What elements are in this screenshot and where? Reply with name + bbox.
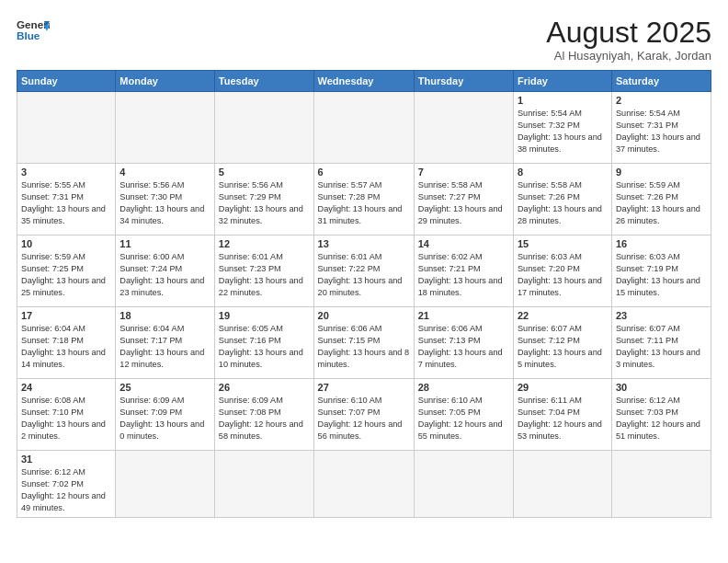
svg-text:Blue: Blue [17, 29, 40, 41]
calendar-cell: 21Sunrise: 6:06 AM Sunset: 7:13 PM Dayli… [414, 307, 513, 379]
col-sunday: Sunday [17, 71, 116, 92]
calendar-cell: 15Sunrise: 6:03 AM Sunset: 7:20 PM Dayli… [513, 236, 611, 307]
calendar-cell: 26Sunrise: 6:09 AM Sunset: 7:08 PM Dayli… [214, 379, 313, 451]
month-title: August 2025 [546, 17, 711, 49]
day-info: Sunrise: 5:56 AM Sunset: 7:30 PM Dayligh… [119, 179, 210, 227]
day-number: 6 [318, 167, 410, 178]
calendar-week-row: 24Sunrise: 6:08 AM Sunset: 7:10 PM Dayli… [17, 379, 711, 451]
logo-icon: General Blue [17, 17, 50, 42]
day-number: 26 [219, 382, 310, 393]
header: General Blue August 2025 Al Husayniyah, … [17, 17, 711, 63]
day-number: 21 [418, 310, 509, 321]
day-number: 17 [21, 310, 111, 321]
calendar-week-row: 1Sunrise: 5:54 AM Sunset: 7:32 PM Daylig… [17, 92, 711, 164]
calendar-cell: 4Sunrise: 5:56 AM Sunset: 7:30 PM Daylig… [116, 164, 215, 236]
calendar-cell: 30Sunrise: 6:12 AM Sunset: 7:03 PM Dayli… [611, 379, 711, 451]
calendar-cell: 16Sunrise: 6:03 AM Sunset: 7:19 PM Dayli… [611, 236, 711, 307]
day-number: 15 [518, 238, 608, 249]
col-friday: Friday [513, 71, 611, 92]
day-number: 24 [21, 382, 111, 393]
day-info: Sunrise: 6:03 AM Sunset: 7:19 PM Dayligh… [616, 251, 707, 299]
calendar-week-row: 31Sunrise: 6:12 AM Sunset: 7:02 PM Dayli… [17, 451, 711, 518]
day-info: Sunrise: 6:06 AM Sunset: 7:13 PM Dayligh… [418, 323, 509, 371]
calendar-cell: 8Sunrise: 5:58 AM Sunset: 7:26 PM Daylig… [513, 164, 611, 236]
day-number: 19 [219, 310, 310, 321]
day-info: Sunrise: 5:54 AM Sunset: 7:31 PM Dayligh… [616, 108, 707, 155]
calendar-cell [414, 451, 513, 518]
calendar-cell: 19Sunrise: 6:05 AM Sunset: 7:16 PM Dayli… [214, 307, 313, 379]
calendar-cell: 22Sunrise: 6:07 AM Sunset: 7:12 PM Dayli… [513, 307, 611, 379]
calendar-cell: 13Sunrise: 6:01 AM Sunset: 7:22 PM Dayli… [313, 236, 414, 307]
day-info: Sunrise: 6:00 AM Sunset: 7:24 PM Dayligh… [119, 251, 210, 299]
day-number: 27 [318, 382, 410, 393]
col-wednesday: Wednesday [313, 71, 414, 92]
calendar-cell [611, 451, 711, 518]
day-info: Sunrise: 6:09 AM Sunset: 7:09 PM Dayligh… [119, 395, 210, 442]
day-info: Sunrise: 5:59 AM Sunset: 7:26 PM Dayligh… [616, 179, 707, 227]
calendar-cell [313, 92, 414, 164]
day-number: 4 [119, 167, 210, 178]
page: General Blue August 2025 Al Husayniyah, … [0, 0, 728, 563]
calendar-cell: 2Sunrise: 5:54 AM Sunset: 7:31 PM Daylig… [611, 92, 711, 164]
calendar-cell: 17Sunrise: 6:04 AM Sunset: 7:18 PM Dayli… [17, 307, 116, 379]
day-number: 14 [418, 238, 509, 249]
calendar-cell: 31Sunrise: 6:12 AM Sunset: 7:02 PM Dayli… [17, 451, 116, 518]
day-number: 7 [418, 167, 509, 178]
calendar-cell: 29Sunrise: 6:11 AM Sunset: 7:04 PM Dayli… [513, 379, 611, 451]
day-info: Sunrise: 6:01 AM Sunset: 7:23 PM Dayligh… [219, 251, 310, 299]
day-number: 28 [418, 382, 509, 393]
day-number: 13 [318, 238, 410, 249]
day-number: 9 [616, 167, 707, 178]
day-info: Sunrise: 5:57 AM Sunset: 7:28 PM Dayligh… [318, 179, 410, 227]
day-number: 11 [119, 238, 210, 249]
calendar-cell: 14Sunrise: 6:02 AM Sunset: 7:21 PM Dayli… [414, 236, 513, 307]
title-area: August 2025 Al Husayniyah, Karak, Jordan [546, 17, 711, 63]
calendar-cell: 7Sunrise: 5:58 AM Sunset: 7:27 PM Daylig… [414, 164, 513, 236]
calendar-cell: 11Sunrise: 6:00 AM Sunset: 7:24 PM Dayli… [116, 236, 215, 307]
day-info: Sunrise: 6:12 AM Sunset: 7:03 PM Dayligh… [616, 395, 707, 442]
calendar-cell [214, 92, 313, 164]
day-number: 29 [518, 382, 608, 393]
col-tuesday: Tuesday [214, 71, 313, 92]
day-number: 5 [219, 167, 310, 178]
calendar-cell [214, 451, 313, 518]
day-info: Sunrise: 5:58 AM Sunset: 7:26 PM Dayligh… [518, 179, 608, 227]
day-info: Sunrise: 6:07 AM Sunset: 7:11 PM Dayligh… [616, 323, 707, 371]
calendar-cell: 12Sunrise: 6:01 AM Sunset: 7:23 PM Dayli… [214, 236, 313, 307]
day-info: Sunrise: 5:55 AM Sunset: 7:31 PM Dayligh… [21, 179, 111, 227]
day-number: 10 [21, 238, 111, 249]
col-monday: Monday [116, 71, 215, 92]
logo: General Blue [17, 17, 50, 42]
day-info: Sunrise: 6:04 AM Sunset: 7:18 PM Dayligh… [21, 323, 111, 371]
day-info: Sunrise: 6:05 AM Sunset: 7:16 PM Dayligh… [219, 323, 310, 371]
calendar-cell: 3Sunrise: 5:55 AM Sunset: 7:31 PM Daylig… [17, 164, 116, 236]
calendar-week-row: 17Sunrise: 6:04 AM Sunset: 7:18 PM Dayli… [17, 307, 711, 379]
calendar-cell: 18Sunrise: 6:04 AM Sunset: 7:17 PM Dayli… [116, 307, 215, 379]
day-number: 16 [616, 238, 707, 249]
day-info: Sunrise: 6:04 AM Sunset: 7:17 PM Dayligh… [119, 323, 210, 371]
subtitle: Al Husayniyah, Karak, Jordan [546, 49, 711, 63]
day-info: Sunrise: 6:10 AM Sunset: 7:05 PM Dayligh… [418, 395, 509, 442]
calendar-cell: 10Sunrise: 5:59 AM Sunset: 7:25 PM Dayli… [17, 236, 116, 307]
calendar-cell: 1Sunrise: 5:54 AM Sunset: 7:32 PM Daylig… [513, 92, 611, 164]
calendar-cell: 6Sunrise: 5:57 AM Sunset: 7:28 PM Daylig… [313, 164, 414, 236]
day-info: Sunrise: 6:08 AM Sunset: 7:10 PM Dayligh… [21, 395, 111, 442]
day-info: Sunrise: 6:11 AM Sunset: 7:04 PM Dayligh… [518, 395, 608, 442]
col-saturday: Saturday [611, 71, 711, 92]
calendar-cell [414, 92, 513, 164]
day-number: 2 [616, 95, 707, 106]
calendar-cell: 28Sunrise: 6:10 AM Sunset: 7:05 PM Dayli… [414, 379, 513, 451]
calendar-table: Sunday Monday Tuesday Wednesday Thursday… [17, 70, 711, 518]
day-info: Sunrise: 6:01 AM Sunset: 7:22 PM Dayligh… [318, 251, 410, 299]
day-info: Sunrise: 6:09 AM Sunset: 7:08 PM Dayligh… [219, 395, 310, 442]
calendar-cell [313, 451, 414, 518]
col-thursday: Thursday [414, 71, 513, 92]
calendar-header-row: Sunday Monday Tuesday Wednesday Thursday… [17, 71, 711, 92]
calendar-cell: 5Sunrise: 5:56 AM Sunset: 7:29 PM Daylig… [214, 164, 313, 236]
day-number: 30 [616, 382, 707, 393]
calendar-cell: 24Sunrise: 6:08 AM Sunset: 7:10 PM Dayli… [17, 379, 116, 451]
day-number: 18 [119, 310, 210, 321]
day-number: 23 [616, 310, 707, 321]
day-number: 3 [21, 167, 111, 178]
day-info: Sunrise: 5:58 AM Sunset: 7:27 PM Dayligh… [418, 179, 509, 227]
